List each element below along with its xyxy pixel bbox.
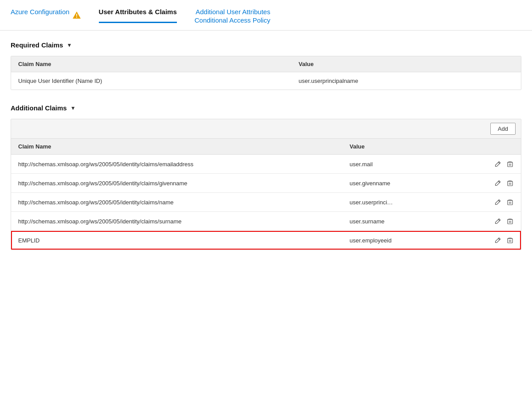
additional-claims-row: http://schemas.xmlsoap.org/ws/2005/05/id… [11,212,521,231]
edit-claim-button[interactable] [494,179,502,187]
additional-claims-row: http://schemas.xmlsoap.org/ws/2005/05/id… [11,193,521,212]
additional-user-attributes-link[interactable]: Additional User Attributes [196,8,270,16]
svg-rect-11 [508,219,512,224]
additional-claims-label: Additional Claims [11,104,67,112]
required-claims-row: Unique User Identifier (Name ID) user.us… [11,72,521,90]
svg-text:!: ! [76,13,78,19]
warning-icon: ! [72,11,81,20]
required-claims-header[interactable]: Required Claims ▼ [11,41,521,49]
top-navigation: Azure Configuration ! User Attributes & … [0,0,532,31]
required-claim-name-cell: Unique User Identifier (Name ID) [11,72,292,90]
edit-claim-button[interactable] [494,236,502,244]
delete-claim-button[interactable] [506,217,514,225]
azure-config-link[interactable]: Azure Configuration [11,8,70,22]
additional-claim-value-cell: user.givenname [343,174,521,193]
edit-claim-button[interactable] [494,198,502,206]
side-nav-links: Additional User Attributes Conditional A… [195,8,270,30]
required-claims-table: Claim Name Value Unique User Identifier … [11,56,521,90]
additional-claim-name-cell: http://schemas.xmlsoap.org/ws/2005/05/id… [11,174,343,193]
additional-claims-header[interactable]: Additional Claims ▼ [11,104,521,112]
additional-claims-row: EMPLID user.employeeid [11,231,521,250]
svg-rect-2 [508,162,512,167]
additional-col-claim-name: Claim Name [11,139,343,155]
svg-rect-14 [508,238,512,243]
additional-claim-value-cell: user.employeeid [343,231,521,250]
required-col-value: Value [292,56,521,72]
required-claim-value-cell: user.userprincipalname [292,72,521,90]
svg-rect-5 [508,181,512,186]
required-claims-header-row: Claim Name Value [11,56,521,72]
required-claims-table-container: Claim Name Value Unique User Identifier … [11,56,521,90]
additional-claim-name-cell: http://schemas.xmlsoap.org/ws/2005/05/id… [11,155,343,174]
edit-claim-button[interactable] [494,217,502,225]
additional-claims-table: Claim Name Value http://schemas.xmlsoap.… [11,139,521,250]
delete-claim-button[interactable] [506,236,514,244]
additional-claims-toolbar: Add [11,119,521,139]
additional-claims-header-row: Claim Name Value [11,139,521,155]
required-col-claim-name: Claim Name [11,56,292,72]
main-content: Required Claims ▼ Claim Name Value Uniqu… [0,31,532,275]
edit-claim-button[interactable] [494,160,502,168]
additional-claims-row: http://schemas.xmlsoap.org/ws/2005/05/id… [11,155,521,174]
user-attributes-tab[interactable]: User Attributes & Claims [99,8,177,23]
additional-claim-value-cell: user.userprinci… [343,193,521,212]
azure-config-nav[interactable]: Azure Configuration ! [11,8,81,22]
additional-claims-table-container: Add Claim Name Value http://schemas.xmls… [11,119,521,250]
required-claims-chevron: ▼ [66,42,72,48]
delete-claim-button[interactable] [506,160,514,168]
additional-claim-value-cell: user.mail [343,155,521,174]
additional-claim-name-cell: http://schemas.xmlsoap.org/ws/2005/05/id… [11,212,343,231]
conditional-access-policy-link[interactable]: Conditional Access Policy [195,16,270,24]
svg-rect-8 [508,200,512,205]
delete-claim-button[interactable] [506,179,514,187]
required-claims-label: Required Claims [11,41,63,49]
additional-claim-name-cell: http://schemas.xmlsoap.org/ws/2005/05/id… [11,193,343,212]
additional-claims-row: http://schemas.xmlsoap.org/ws/2005/05/id… [11,174,521,193]
additional-claims-chevron: ▼ [70,105,76,111]
add-claim-button[interactable]: Add [490,123,516,135]
additional-claim-name-cell: EMPLID [11,231,343,250]
delete-claim-button[interactable] [506,198,514,206]
additional-claim-value-cell: user.surname [343,212,521,231]
additional-col-value: Value [343,139,521,155]
